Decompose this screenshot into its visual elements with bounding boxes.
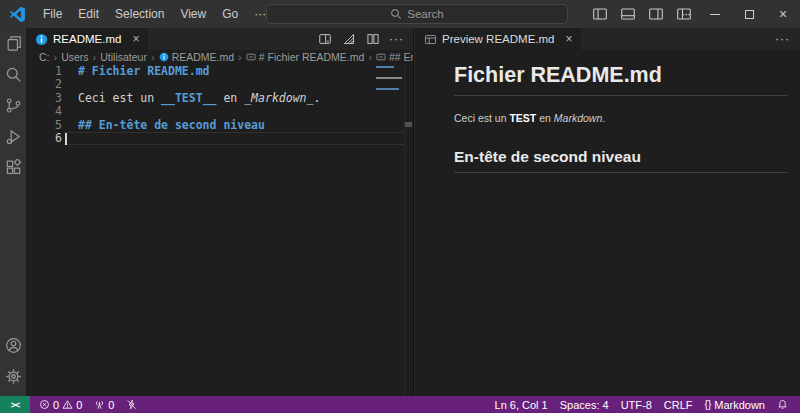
search-input[interactable]: Search (266, 4, 568, 24)
breadcrumb-separator-icon: › (149, 51, 157, 63)
language-mode[interactable]: {}Markdown (699, 396, 771, 413)
eol-sequence[interactable]: CRLF (658, 396, 699, 413)
breadcrumb-label: Users (61, 51, 88, 63)
preview-text-plain: en (536, 112, 554, 124)
menu-go[interactable]: Go (214, 0, 246, 28)
vscode-logo-icon (9, 6, 26, 23)
ports-count: 0 (108, 399, 114, 411)
breadcrumb-item[interactable]: ## En-tête de se (376, 51, 413, 63)
zap-indicator[interactable] (121, 396, 142, 413)
remote-indicator[interactable]: >< (0, 396, 30, 413)
tab-close-icon[interactable]: × (132, 33, 139, 45)
search-icon (390, 8, 402, 20)
breadcrumb-separator-icon: › (236, 51, 244, 63)
maximize-button[interactable] (732, 0, 766, 28)
tab-preview-readme[interactable]: Preview README.md × (415, 28, 582, 50)
cursor-position[interactable]: Ln 6, Col 1 (489, 396, 554, 413)
menu-file[interactable]: File (35, 0, 70, 28)
preview-tab-bar: Preview README.md × ··· (415, 28, 800, 50)
braces-icon: {} (705, 399, 712, 410)
search-placeholder: Search (407, 8, 443, 20)
title-bar: FileEditSelectionViewGo··· ← → Search (0, 0, 800, 28)
minimap[interactable] (376, 66, 404, 94)
ports-indicator[interactable]: 0 (89, 396, 119, 413)
breadcrumb-item[interactable]: Users (61, 51, 88, 63)
code-token: __TEST__ (161, 91, 216, 105)
indentation-label: Spaces: 4 (560, 399, 609, 411)
tab-close-icon[interactable]: × (565, 33, 572, 45)
menu-edit[interactable]: Edit (70, 0, 107, 28)
preview-more-actions-icon[interactable]: ··· (775, 28, 800, 50)
tab-readme[interactable]: README.md × (26, 28, 149, 50)
preview-text-plain: . (602, 112, 605, 124)
problems-indicator[interactable]: 0 0 (34, 396, 87, 413)
cursor-position-label: Ln 6, Col 1 (495, 399, 548, 411)
preview-text-plain: Ceci est un (454, 112, 509, 124)
notifications[interactable] (771, 396, 794, 413)
symbol-icon (246, 52, 256, 62)
encoding[interactable]: UTF-8 (615, 396, 658, 413)
preview-group: Preview README.md × ··· Fichier README.m… (414, 28, 800, 396)
breadcrumb-label: README.md (172, 51, 234, 63)
close-button[interactable]: × (766, 0, 800, 28)
customize-layout-icon[interactable] (676, 6, 692, 22)
status-bar-right: Ln 6, Col 1Spaces: 4UTF-8CRLF{}Markdown (489, 396, 800, 413)
code-line (78, 105, 373, 118)
warning-icon (62, 399, 73, 410)
symbol-icon (376, 52, 386, 62)
menu-bar: FileEditSelectionViewGo··· (35, 0, 274, 28)
markdown-preview: Fichier README.md Ceci est un TEST en Ma… (415, 50, 800, 396)
markdown-preview-icon (424, 33, 437, 46)
preview-h2: En-tête de second niveau (454, 148, 788, 173)
breadcrumb: C:›Users›Utilisateur›README.md›# Fichier… (26, 50, 413, 64)
toggle-sidebar-icon[interactable] (592, 6, 608, 22)
info-icon (159, 52, 169, 62)
explorer-icon[interactable] (0, 28, 26, 59)
menu-selection[interactable]: Selection (107, 0, 172, 28)
line-number: 4 (26, 105, 62, 118)
menu-view[interactable]: View (172, 0, 214, 28)
minimize-button[interactable] (698, 0, 732, 28)
editor-group: README.md × ··· C:›Users›Utilisateu (26, 28, 413, 396)
vscode-window: FileEditSelectionViewGo··· ← → Search (0, 0, 800, 413)
run-and-debug-icon[interactable] (0, 121, 26, 152)
error-icon (39, 399, 50, 410)
preview-paragraph: Ceci est un TEST en Markdown. (454, 112, 788, 124)
title-bar-right: × (586, 0, 800, 28)
toggle-panel-icon[interactable] (620, 6, 636, 22)
breadcrumb-item[interactable]: C: (39, 51, 50, 63)
zap-slash-icon (126, 399, 137, 410)
code-line (78, 78, 373, 91)
indentation[interactable]: Spaces: 4 (554, 396, 615, 413)
editor-scrollbar[interactable] (404, 64, 413, 396)
extensions-icon[interactable] (0, 152, 26, 183)
open-preview-icon[interactable] (339, 29, 359, 49)
open-preview-to-side-icon[interactable] (315, 29, 335, 49)
breadcrumb-label: ## En-tête de se (389, 51, 413, 63)
breadcrumb-item[interactable]: Utilisateur (100, 51, 147, 63)
tab-label: README.md (53, 33, 121, 45)
split-editor-icon[interactable] (363, 29, 383, 49)
line-number: 2 (26, 78, 62, 91)
preview-h1: Fichier README.md (454, 63, 788, 96)
editor-actions: ··· (315, 28, 413, 50)
source-control-icon[interactable] (0, 90, 26, 121)
error-count: 0 (53, 399, 59, 411)
status-bar-left: 0 0 0 (30, 396, 142, 413)
toggle-secondary-sidebar-icon[interactable] (648, 6, 664, 22)
more-actions-icon[interactable]: ··· (387, 32, 406, 46)
line-number: 6 (26, 132, 62, 145)
breadcrumb-item[interactable]: # Fichier README.md (246, 51, 365, 63)
language-mode-label: Markdown (714, 399, 765, 411)
radio-tower-icon (94, 399, 105, 410)
code-token: ## En-tête de second niveau (78, 118, 265, 132)
breadcrumb-separator-icon: › (366, 51, 374, 63)
warning-count: 0 (76, 399, 82, 411)
search-icon[interactable] (0, 59, 26, 90)
code-editor[interactable]: 123456 # Fichier README.mdCeci est un __… (26, 64, 413, 396)
account-icon[interactable] (0, 330, 26, 361)
settings-icon[interactable] (0, 361, 26, 392)
breadcrumb-item[interactable]: README.md (159, 51, 234, 63)
status-bar: >< 0 0 0 Ln 6, Col 1Spaces: 4UTF-8CRLF{}… (0, 396, 800, 413)
line-number-gutter: 123456 (26, 65, 62, 145)
